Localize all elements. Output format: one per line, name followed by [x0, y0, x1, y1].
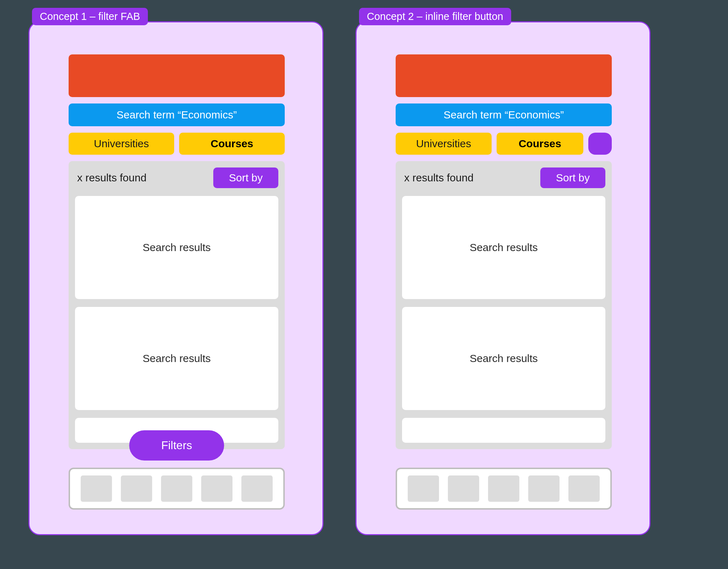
tab-courses[interactable]: Courses	[497, 133, 583, 155]
result-card[interactable]: Search results	[402, 196, 605, 299]
tab-universities[interactable]: Universities	[69, 133, 174, 155]
concept-label: Concept 1 – filter FAB	[32, 8, 148, 25]
tabs-row: Universities Courses	[396, 133, 612, 155]
nav-item[interactable]	[121, 475, 152, 502]
result-card[interactable]: Search results	[75, 307, 278, 410]
results-area: x results found Sort by Search results S…	[396, 161, 612, 449]
device-frame: Search term “Economics” Universities Cou…	[28, 21, 323, 535]
filters-fab[interactable]: Filters	[129, 430, 224, 461]
search-bar[interactable]: Search term “Economics”	[69, 103, 285, 126]
phone-screen: Search term “Economics” Universities Cou…	[69, 54, 285, 510]
top-banner	[396, 54, 612, 97]
bottom-nav	[396, 468, 612, 510]
concept-label: Concept 2 – inline filter button	[359, 8, 511, 25]
results-count: x results found	[402, 172, 473, 184]
device-frame: Search term “Economics” Universities Cou…	[355, 21, 651, 535]
phone-screen: Search term “Economics” Universities Cou…	[396, 54, 612, 510]
nav-item[interactable]	[161, 475, 192, 502]
sort-button[interactable]: Sort by	[213, 167, 278, 188]
nav-item[interactable]	[201, 475, 232, 502]
results-header: x results found Sort by	[75, 167, 278, 188]
tabs-row: Universities Courses	[69, 133, 285, 155]
bottom-nav	[69, 468, 285, 510]
top-banner	[69, 54, 285, 97]
results-header: x results found Sort by	[402, 167, 605, 188]
result-card[interactable]: Search results	[402, 307, 605, 410]
concept-2: Concept 2 – inline filter button Search …	[355, 11, 651, 569]
concept-1: Concept 1 – filter FAB Search term “Econ…	[28, 11, 323, 569]
nav-item[interactable]	[448, 475, 479, 502]
nav-item[interactable]	[488, 475, 519, 502]
tab-courses[interactable]: Courses	[179, 133, 285, 155]
results-area: x results found Sort by Search results S…	[69, 161, 285, 449]
result-card[interactable]: Search results	[75, 196, 278, 299]
tab-universities[interactable]: Universities	[396, 133, 492, 155]
nav-item[interactable]	[81, 475, 112, 502]
sort-button[interactable]: Sort by	[540, 167, 605, 188]
nav-item[interactable]	[568, 475, 600, 502]
results-count: x results found	[75, 172, 146, 184]
nav-item[interactable]	[528, 475, 560, 502]
result-card[interactable]	[402, 418, 605, 443]
nav-item[interactable]	[241, 475, 273, 502]
nav-item[interactable]	[408, 475, 439, 502]
inline-filter-button[interactable]	[588, 133, 612, 155]
search-bar[interactable]: Search term “Economics”	[396, 103, 612, 126]
